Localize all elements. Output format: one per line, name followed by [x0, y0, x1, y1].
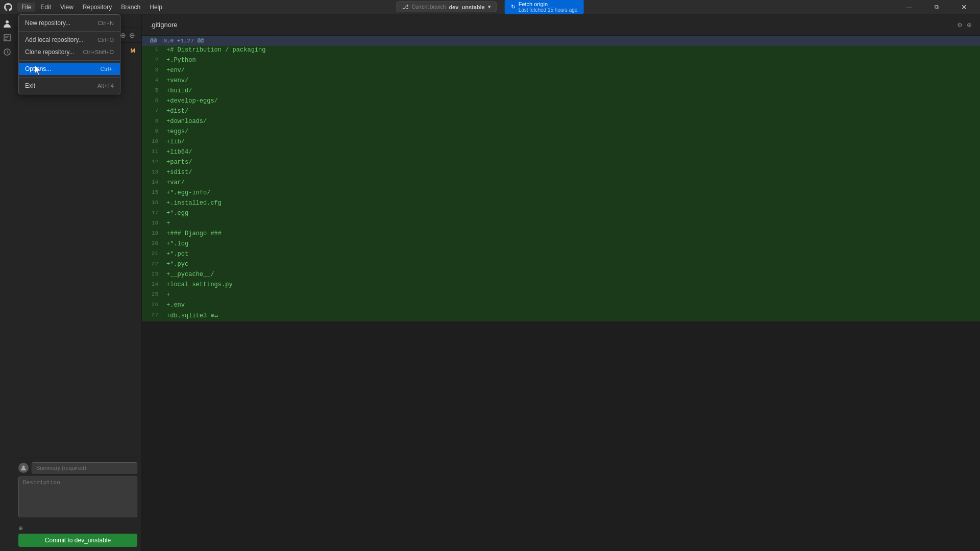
diff-line-content: +.Python	[162, 56, 980, 66]
menu-item-add-local[interactable]: Add local repository... Ctrl+O	[19, 34, 120, 46]
menu-view[interactable]: View	[56, 3, 78, 12]
diff-line: 24+local_settings.py	[142, 281, 980, 291]
diff-line-number: 20	[142, 240, 162, 250]
branch-selector[interactable]: ⎇ Current branch dev_unstable ▾	[397, 2, 497, 12]
diff-line-number: 9	[142, 128, 162, 138]
diff-line: 19+### Django ###	[142, 230, 980, 240]
diff-line-number: 2	[142, 56, 162, 66]
diff-line: 14+var/	[142, 179, 980, 189]
branch-label: Current branch	[412, 4, 446, 10]
diff-line-number: 5	[142, 87, 162, 97]
diff-line-number: 18	[142, 219, 162, 230]
diff-line-content: +*.egg-info/	[162, 189, 980, 199]
sidebar-icon-profile[interactable]	[2, 18, 12, 29]
commit-description-input[interactable]	[18, 477, 137, 517]
diff-line: 17+*.egg	[142, 209, 980, 219]
menu-bar: File Edit View Repository Branch Help	[17, 3, 166, 12]
refresh-icon[interactable]: ⊕	[120, 31, 126, 39]
diff-line-content: +env/	[162, 66, 980, 77]
commit-summary-row	[18, 462, 137, 473]
diff-line: 21+*.pot	[142, 250, 980, 260]
sidebar-icon-history[interactable]	[2, 47, 12, 57]
diff-line-content: +.env	[162, 301, 980, 311]
expand-icon[interactable]: ⊕	[967, 21, 972, 29]
diff-line-content: +*.pot	[162, 250, 980, 260]
diff-line-number: 22	[142, 260, 162, 270]
fetch-sublabel: Last fetched 15 hours ago	[519, 7, 578, 13]
menu-item-exit[interactable]: Exit Alt+F4	[19, 80, 120, 92]
menu-file[interactable]: File	[17, 3, 35, 12]
menu-item-clone[interactable]: Clone repository... Ctrl+Shift+O	[19, 46, 120, 58]
menu-item-add-local-label: Add local repository...	[25, 36, 84, 43]
menu-item-options[interactable]: Options... Ctrl+,	[19, 63, 120, 75]
diff-line-content: +*.pyc	[162, 260, 980, 270]
diff-line-content: +	[162, 291, 980, 301]
diff-line: 8+downloads/	[142, 117, 980, 128]
diff-line: 10+lib/	[142, 138, 980, 148]
commit-summary-input[interactable]	[32, 462, 137, 473]
diff-line: 2+.Python	[142, 56, 980, 66]
changes-actions: ⊕ ⊖	[120, 31, 135, 39]
window-controls: — ⧉ ✕	[897, 0, 976, 14]
diff-line: 1+# Distribution / packaging	[142, 46, 980, 56]
menu-item-add-local-shortcut: Ctrl+O	[97, 37, 114, 43]
diff-line-number: 17	[142, 209, 162, 219]
diff-line-content: +*.egg	[162, 209, 980, 219]
diff-line-content: +build/	[162, 87, 980, 97]
diff-line: 20+*.log	[142, 240, 980, 250]
branch-dropdown-icon: ▾	[488, 4, 491, 10]
diff-line-number: 14	[142, 179, 162, 189]
diff-line: 7+dist/	[142, 107, 980, 117]
menu-item-options-shortcut: Ctrl+,	[100, 66, 114, 72]
restore-button[interactable]: ⧉	[925, 0, 948, 14]
diff-line: 26+.env	[142, 301, 980, 311]
commit-avatar	[18, 463, 29, 473]
diff-line-content: +*.log	[162, 240, 980, 250]
sidebar-icon-changes[interactable]	[2, 33, 12, 43]
diff-lines-container: 1+# Distribution / packaging2+.Python3+e…	[142, 46, 980, 321]
menu-separator-1	[19, 31, 120, 32]
svg-point-1	[22, 466, 25, 468]
diff-line-number: 10	[142, 138, 162, 148]
file-panel: Changes History 1 changed files ⊕ ⊖ ✓ 📄 …	[14, 14, 142, 551]
diff-line-number: 13	[142, 168, 162, 179]
stash-icon[interactable]: ⊖	[129, 31, 135, 39]
content-area: .gitignore ⚙ ⊕ @@ -0,0 +1,27 @@ 1+# Dist…	[142, 14, 980, 551]
menu-help[interactable]: Help	[145, 3, 166, 12]
menu-item-new-repo-label: New repository...	[25, 19, 70, 27]
menu-separator-2	[19, 60, 120, 61]
fetch-origin-button[interactable]: ↻ Fetch origin Last fetched 15 hours ago	[505, 0, 584, 14]
menu-edit[interactable]: Edit	[36, 3, 55, 12]
fetch-label: Fetch origin	[519, 1, 578, 7]
branch-icon: ⎇	[402, 4, 409, 10]
diff-line-number: 7	[142, 107, 162, 117]
close-button[interactable]: ✕	[952, 0, 976, 14]
diff-line-number: 23	[142, 270, 162, 281]
menu-repository[interactable]: Repository	[79, 3, 116, 12]
menu-item-new-repo[interactable]: New repository... Ctrl+N	[19, 17, 120, 29]
diff-line-number: 3	[142, 66, 162, 77]
settings-icon[interactable]: ⚙	[957, 21, 963, 29]
diff-line-content: +venv/	[162, 77, 980, 87]
diff-header-line: @@ -0,0 +1,27 @@	[142, 36, 980, 46]
add-coauthor-button[interactable]: ⊕	[18, 523, 137, 534]
file-dropdown-menu: New repository... Ctrl+N Add local repos…	[18, 14, 120, 94]
diff-line-number: 26	[142, 301, 162, 311]
diff-line-number: 8	[142, 117, 162, 128]
diff-line-content: +dist/	[162, 107, 980, 117]
diff-line-number: 1	[142, 46, 162, 56]
menu-branch[interactable]: Branch	[117, 3, 144, 12]
diff-line-content: +downloads/	[162, 117, 980, 128]
diff-line-number: 11	[142, 148, 162, 158]
diff-line-content: +# Distribution / packaging	[162, 46, 980, 56]
commit-button[interactable]: Commit to dev_unstable	[18, 534, 137, 547]
diff-line-content: +eggs/	[162, 128, 980, 138]
diff-line: 27+db.sqlite3 ⊕↵	[142, 311, 980, 321]
diff-line: 22+*.pyc	[142, 260, 980, 270]
commit-area: ⊕ Commit to dev_unstable	[14, 458, 141, 551]
file-list: ✓ 📄 .gitignore M	[14, 43, 141, 458]
diff-line: 9+eggs/	[142, 128, 980, 138]
minimize-button[interactable]: —	[897, 0, 921, 14]
diff-line: 13+sdist/	[142, 168, 980, 179]
diff-line-content: +var/	[162, 179, 980, 189]
